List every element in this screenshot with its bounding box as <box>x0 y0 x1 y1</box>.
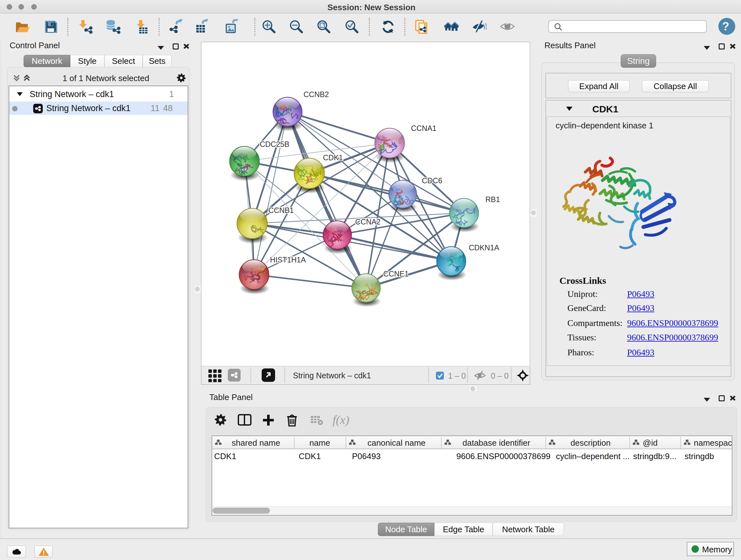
svg-text:CCNA1: CCNA1 <box>411 124 436 132</box>
svg-text:CCNA2: CCNA2 <box>355 218 381 226</box>
svg-text:CCNB2: CCNB2 <box>304 90 329 99</box>
svg-text:CCNB1: CCNB1 <box>268 206 294 214</box>
svg-text:CCNE1: CCNE1 <box>383 270 409 278</box>
svg-text:RB1: RB1 <box>485 195 500 204</box>
svg-text:CDC25B: CDC25B <box>260 140 289 148</box>
svg-text:CDKN1A: CDKN1A <box>469 244 499 252</box>
svg-text:CDC6: CDC6 <box>422 177 442 185</box>
svg-text:HIST1H1A: HIST1H1A <box>270 256 306 264</box>
svg-text:CDK1: CDK1 <box>323 153 343 162</box>
